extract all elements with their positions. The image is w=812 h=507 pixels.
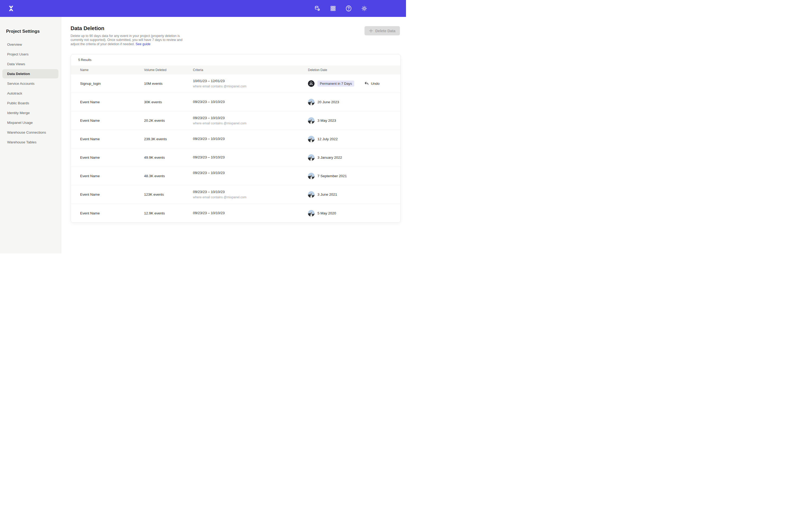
criteria-cell: 09/23/23 – 10/10/23 where email contains… (193, 116, 308, 125)
criteria-date-range: 10/01/23 – 12/01/23 (193, 79, 308, 83)
user-avatar (308, 210, 314, 217)
criteria-date-range: 09/23/23 – 10/10/23 (193, 137, 308, 141)
apps-grid-icon[interactable] (329, 5, 337, 12)
volume-deleted: 123K events (144, 192, 193, 196)
event-name: Event Name (80, 119, 144, 122)
volume-deleted: 48.3K events (144, 174, 193, 178)
deletion-date-cell: 12 July 2022 (308, 136, 400, 142)
sidebar-heading: Project Settings (0, 17, 61, 34)
undo-button[interactable]: Undo (364, 81, 379, 86)
mixpanel-logo-icon[interactable] (7, 5, 15, 12)
sidebar-item-service-accounts[interactable]: Service Accounts (0, 79, 61, 89)
volume-deleted: 12.9K events (144, 211, 193, 215)
event-name: Event Name (80, 192, 144, 196)
user-avatar (308, 136, 314, 142)
user-avatar (308, 173, 314, 179)
column-header-name: Name (80, 68, 144, 72)
data-pipeline-icon[interactable] (314, 5, 321, 12)
help-icon[interactable] (345, 5, 352, 12)
table-row[interactable]: Event Name 30K events 09/23/23 – 10/10/2… (71, 93, 400, 111)
user-avatar (308, 80, 314, 87)
deletion-date: 12 July 2022 (317, 137, 338, 141)
deletion-date: 3 May 2023 (317, 119, 336, 122)
column-header-volume-deleted: Volume Deleted (144, 68, 193, 72)
volume-deleted: 49.9K events (144, 156, 193, 160)
deletion-date: 20 June 2023 (317, 100, 339, 104)
deletion-requests-card: 5 Results Name Volume Deleted Criteria D… (70, 54, 401, 223)
project-settings-sidebar: Project Settings Overview Project Users … (0, 17, 61, 253)
page-title: Data Deletion (70, 25, 192, 32)
criteria-date-range: 09/23/23 – 10/10/23 (193, 100, 308, 104)
event-name: Event Name (80, 137, 144, 141)
undo-label: Undo (371, 81, 379, 86)
sidebar-nav: Overview Project Users Data Views Data D… (0, 40, 61, 147)
criteria-date-range: 09/23/23 – 10/10/23 (193, 190, 308, 194)
table-row[interactable]: Event Name 239.3K events 09/23/23 – 10/1… (71, 130, 400, 149)
sidebar-item-warehouse-connections[interactable]: Warehouse Connections (0, 127, 61, 137)
see-guide-link[interactable]: See guide (136, 42, 150, 46)
criteria-filter: where email contains @mixpanel.com (193, 121, 308, 125)
volume-deleted: 239.3K events (144, 137, 193, 141)
plus-icon (369, 29, 373, 33)
deletion-date-cell: 5 May 2020 (308, 210, 400, 217)
app-window: Project Settings Overview Project Users … (0, 0, 406, 253)
mixpanel-logo-glyph (8, 5, 14, 12)
criteria-cell: 09/23/23 – 10/10/23 (193, 211, 308, 215)
criteria-date-range: 09/23/23 – 10/10/23 (193, 171, 308, 175)
table-row[interactable]: Signup_login 10M events 10/01/23 – 12/01… (71, 74, 400, 93)
criteria-date-range: 09/23/23 – 10/10/23 (193, 116, 308, 120)
page-description: Delete up to 90 days data for any event … (70, 34, 189, 46)
criteria-cell: 09/23/23 – 10/10/23 (193, 155, 308, 160)
deletion-date-cell: 3 May 2023 (308, 117, 400, 124)
sidebar-item-mixpanel-usage[interactable]: Mixpanel Usage (0, 118, 61, 127)
deletion-date-cell: 3 June 2021 (308, 191, 400, 198)
volume-deleted: 30K events (144, 100, 193, 104)
sidebar-item-project-users[interactable]: Project Users (0, 49, 61, 59)
sidebar-item-data-views[interactable]: Data Views (0, 59, 61, 69)
deletion-date: 3 June 2021 (317, 192, 337, 196)
criteria-cell: 09/23/23 – 10/10/23 where email contains… (193, 190, 308, 200)
sidebar-item-overview[interactable]: Overview (0, 40, 61, 49)
sidebar-item-identity-merge[interactable]: Identity Merge (0, 108, 61, 118)
deletion-date-cell: 3 January 2022 (308, 154, 400, 161)
deletion-date-cell: 20 June 2023 (308, 99, 400, 105)
deletion-date: 5 May 2020 (317, 211, 336, 215)
sidebar-item-data-deletion[interactable]: Data Deletion (0, 69, 61, 79)
criteria-cell: 10/01/23 – 12/01/23 where email contains… (193, 79, 308, 89)
top-navigation-bar (0, 0, 406, 17)
user-avatar (308, 154, 314, 161)
volume-deleted: 10M events (144, 81, 193, 86)
event-name: Signup_login (80, 81, 144, 86)
user-avatar (308, 117, 314, 124)
table-row[interactable]: Event Name 48.3K events 09/23/23 – 10/10… (71, 167, 400, 185)
criteria-filter: where email contains @mixpanel.com (193, 195, 308, 199)
table-row[interactable]: Event Name 12.9K events 09/23/23 – 10/10… (71, 204, 400, 222)
event-name: Event Name (80, 156, 144, 160)
event-name: Event Name (80, 211, 144, 215)
column-header-criteria: Criteria (193, 68, 308, 72)
page-header: Data Deletion Delete up to 90 days data … (70, 25, 192, 46)
topbar-icon-group (314, 0, 368, 17)
table-row[interactable]: Event Name 20.2K events 09/23/23 – 10/10… (71, 111, 400, 130)
sidebar-item-warehouse-tables[interactable]: Warehouse Tables (0, 137, 61, 147)
criteria-cell: 09/23/23 – 10/10/23 (193, 171, 308, 175)
table-row[interactable]: Event Name 49.9K events 09/23/23 – 10/10… (71, 149, 400, 167)
user-avatar (308, 99, 314, 105)
undo-icon (364, 81, 369, 86)
criteria-filter: where email contains @mixpanel.com (193, 84, 308, 88)
deletion-date: 7 September 2021 (317, 174, 347, 178)
results-count: 5 Results (71, 54, 400, 65)
table-header-row: Name Volume Deleted Criteria Deletion Da… (71, 65, 400, 74)
delete-data-button[interactable]: Delete Data (364, 26, 400, 36)
deletion-date-cell: 7 September 2021 (308, 173, 400, 179)
criteria-date-range: 09/23/23 – 10/10/23 (193, 155, 308, 160)
event-name: Event Name (80, 174, 144, 178)
status-badge: Permanent in 7 Days (317, 80, 354, 87)
criteria-cell: 09/23/23 – 10/10/23 (193, 100, 308, 104)
deletion-date: 3 January 2022 (317, 156, 342, 160)
sidebar-item-public-boards[interactable]: Public Boards (0, 98, 61, 108)
sidebar-item-autotrack[interactable]: Autotrack (0, 89, 61, 98)
volume-deleted: 20.2K events (144, 119, 193, 122)
table-row[interactable]: Event Name 123K events 09/23/23 – 10/10/… (71, 185, 400, 204)
settings-gear-icon[interactable] (361, 5, 368, 12)
